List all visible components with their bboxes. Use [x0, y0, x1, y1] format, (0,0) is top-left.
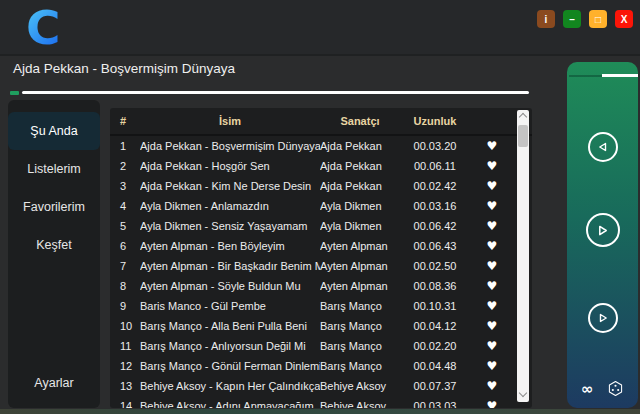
previous-icon — [597, 141, 609, 153]
header-artist: Sanatçı — [320, 115, 400, 127]
track-index: 8 — [110, 280, 140, 292]
track-artist: Ayten Alpman — [320, 260, 400, 272]
track-duration: 00.04.12 — [400, 320, 470, 332]
table-row[interactable]: 11 Barış Manço - Anlıyorsun Değil Mi Bar… — [110, 336, 532, 356]
header-duration: Uzunluk — [400, 115, 470, 127]
track-artist: Ayten Alpman — [320, 240, 400, 252]
play-icon — [596, 224, 609, 237]
favorite-heart-icon[interactable]: ♥ — [470, 219, 514, 233]
track-index: 4 — [110, 200, 140, 212]
previous-button[interactable] — [588, 132, 618, 162]
track-name: Ayla Dikmen - Sensiz Yaşayamam — [140, 220, 320, 232]
table-row[interactable]: 1 Ajda Pekkan - Boşvermişim Dünyaya Ajda… — [110, 136, 532, 156]
table-row[interactable]: 3 Ajda Pekkan - Kim Ne Derse Desin Ajda … — [110, 176, 532, 196]
sidebar-item-favorilerim[interactable]: Favorilerim — [8, 188, 100, 226]
sidebar-item-keşfet[interactable]: Keşfet — [8, 226, 100, 264]
track-artist: Behiye Aksoy — [320, 380, 400, 392]
track-duration: 00.02.20 — [400, 340, 470, 352]
favorite-heart-icon[interactable]: ♥ — [470, 279, 514, 293]
track-duration: 00.08.36 — [400, 280, 470, 292]
favorite-heart-icon[interactable]: ♥ — [470, 359, 514, 373]
favorite-heart-icon[interactable]: ♥ — [470, 159, 514, 173]
player-progress-line — [602, 74, 638, 77]
scrollbar-thumb[interactable] — [518, 125, 528, 147]
track-name: Ayla Dikmen - Anlamazdın — [140, 200, 320, 212]
track-duration: 00.02.42 — [400, 180, 470, 192]
table-row[interactable]: 2 Ajda Pekkan - Hoşgör Sen Ajda Pekkan 0… — [110, 156, 532, 176]
track-name: Ayten Alpman - Ben Böyleyim — [140, 240, 320, 252]
track-name: Ajda Pekkan - Hoşgör Sen — [140, 160, 320, 172]
close-button[interactable]: X — [615, 10, 633, 28]
player-panel: ∞ — [567, 62, 638, 408]
scrollbar[interactable] — [517, 110, 529, 402]
track-index: 7 — [110, 260, 140, 272]
table-row[interactable]: 5 Ayla Dikmen - Sensiz Yaşayamam Ayla Di… — [110, 216, 532, 236]
progress-bar[interactable] — [22, 91, 529, 94]
sidebar-item-ayarlar[interactable]: Ayarlar — [8, 364, 100, 402]
table-row[interactable]: 8 Ayten Alpman - Söyle Buldun Mu Ayten A… — [110, 276, 532, 296]
track-artist: Ajda Pekkan — [320, 140, 400, 152]
track-index: 5 — [110, 220, 140, 232]
sidebar: Şu AndaListelerimFavorilerimKeşfetAyarla… — [8, 100, 100, 408]
track-index: 10 — [110, 320, 140, 332]
track-duration: 00.04.48 — [400, 360, 470, 372]
track-artist: Ajda Pekkan — [320, 180, 400, 192]
sidebar-item-listelerim[interactable]: Listelerim — [8, 150, 100, 188]
table-row[interactable]: 6 Ayten Alpman - Ben Böyleyim Ayten Alpm… — [110, 236, 532, 256]
favorite-heart-icon[interactable]: ♥ — [470, 259, 514, 273]
track-name: Behiye Aksoy - Kapın Her Çalındıkça — [140, 380, 320, 392]
play-button[interactable] — [586, 213, 620, 247]
table-row[interactable]: 7 Ayten Alpman - Bir Başkadır Benim Meml… — [110, 256, 532, 276]
favorite-heart-icon[interactable]: ♥ — [470, 319, 514, 333]
next-button[interactable] — [588, 303, 618, 333]
app-logo: C — [26, 1, 61, 55]
table-row[interactable]: 4 Ayla Dikmen - Anlamazdın Ayla Dikmen 0… — [110, 196, 532, 216]
maximize-button[interactable]: □ — [589, 10, 607, 28]
favorite-heart-icon[interactable]: ♥ — [470, 339, 514, 353]
minimize-button[interactable]: – — [563, 10, 581, 28]
window-controls: i–□X — [537, 10, 633, 28]
chevron-down-icon — [519, 389, 527, 397]
table-row[interactable]: 10 Barış Manço - Alla Beni Pulla Beni Ba… — [110, 316, 532, 336]
favorite-heart-icon[interactable]: ♥ — [470, 399, 514, 408]
table-row[interactable]: 12 Barış Manço - Gönül Ferman Dinlemiyor… — [110, 356, 532, 376]
bottom-strip — [0, 409, 640, 414]
info-button[interactable]: i — [537, 10, 555, 28]
track-index: 9 — [110, 300, 140, 312]
track-duration: 00.10.31 — [400, 300, 470, 312]
favorite-heart-icon[interactable]: ♥ — [470, 379, 514, 393]
table-header: # İsim Sanatçı Uzunluk — [110, 108, 532, 136]
player-progress-track — [569, 75, 603, 77]
track-index: 3 — [110, 180, 140, 192]
track-artist: Barış Manço — [320, 320, 400, 332]
favorite-heart-icon[interactable]: ♥ — [470, 299, 514, 313]
track-duration: 00.07.37 — [400, 380, 470, 392]
scroll-down-button[interactable] — [517, 389, 529, 401]
track-artist: Barış Manço — [320, 340, 400, 352]
track-duration: 00.02.50 — [400, 260, 470, 272]
table-row[interactable]: 14 Behiye Aksoy - Adını Anmayacağım Behi… — [110, 396, 532, 408]
track-duration: 00.03.16 — [400, 200, 470, 212]
sidebar-item-şu-anda[interactable]: Şu Anda — [8, 112, 100, 150]
scroll-up-button[interactable] — [517, 111, 529, 123]
favorite-heart-icon[interactable]: ♥ — [470, 139, 514, 153]
header-index: # — [110, 115, 140, 127]
track-name: Ajda Pekkan - Kim Ne Derse Desin — [140, 180, 320, 192]
now-playing-title: Ajda Pekkan - Boşvermişim Dünyaya — [13, 61, 235, 76]
infinity-icon[interactable]: ∞ — [581, 382, 594, 396]
track-duration: 00.06.42 — [400, 220, 470, 232]
dice-icon[interactable] — [607, 380, 624, 397]
track-duration: 00.06.11 — [400, 160, 470, 172]
track-artist: Barış Manço — [320, 360, 400, 372]
favorite-heart-icon[interactable]: ♥ — [470, 199, 514, 213]
track-duration: 00.03.03 — [400, 400, 470, 408]
track-artist: Barış Manço — [320, 300, 400, 312]
track-artist: Behiye Aksoy — [320, 400, 400, 408]
table-row[interactable]: 9 Baris Manco - Gül Pembe Barış Manço 00… — [110, 296, 532, 316]
favorite-heart-icon[interactable]: ♥ — [470, 239, 514, 253]
favorite-heart-icon[interactable]: ♥ — [470, 179, 514, 193]
topbar: C i–□X — [0, 0, 640, 56]
table-row[interactable]: 13 Behiye Aksoy - Kapın Her Çalındıkça B… — [110, 376, 532, 396]
track-name: Ajda Pekkan - Boşvermişim Dünyaya — [140, 140, 320, 152]
track-duration: 00.06.43 — [400, 240, 470, 252]
